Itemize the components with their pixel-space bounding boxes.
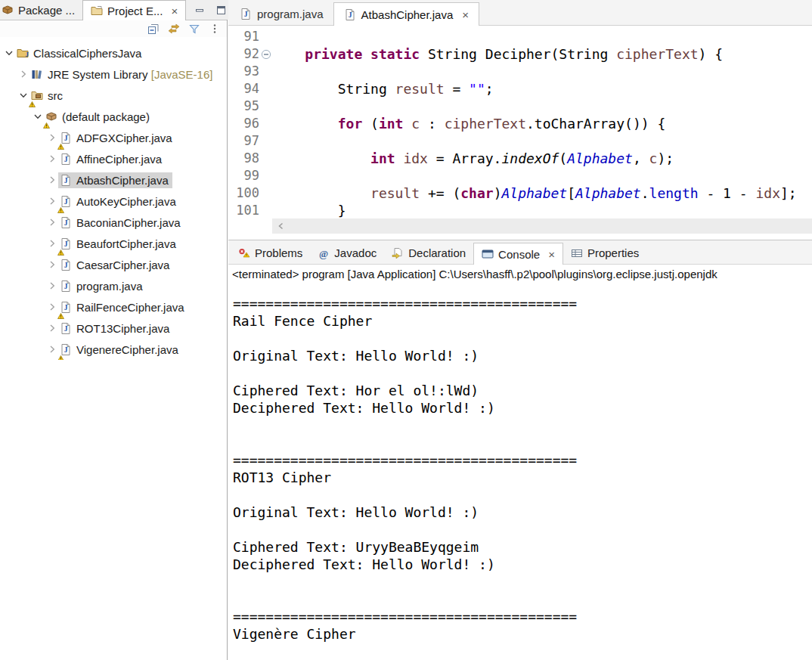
java-project-icon: J — [17, 47, 29, 59]
collapse-all-icon — [147, 23, 160, 35]
code-text: } — [272, 202, 346, 218]
console-line: ROT13 Cipher — [233, 469, 812, 486]
line-number: 91 — [244, 28, 259, 45]
console-tab-label: Console — [498, 248, 540, 261]
chevron-right-icon[interactable] — [46, 153, 58, 165]
view-tab-project-explorer[interactable]: Project E...× — [82, 0, 186, 20]
tree-item-beaufortcipher-java[interactable]: JBeaufortCipher.java — [0, 233, 227, 254]
tree-item-caesarcipher-java[interactable]: JCaesarCipher.java — [0, 254, 227, 275]
editor-hscrollbar[interactable] — [272, 218, 812, 234]
chevron-right-icon[interactable] — [46, 343, 58, 355]
jfile-icon: J — [60, 216, 72, 228]
problems-icon — [238, 247, 250, 259]
code-line: 98 int idx = Array.indexOf(Alphabet, c); — [228, 150, 812, 167]
svg-text:J: J — [64, 177, 68, 184]
console-line — [233, 330, 812, 347]
maximize-button[interactable] — [215, 4, 227, 16]
chevron-down-icon[interactable] — [3, 47, 15, 59]
view-tab-package-explorer[interactable]: Package ... — [0, 0, 82, 20]
tree-item-rot13cipher-java[interactable]: JROT13Cipher.java — [0, 318, 227, 339]
editor-tab-atbashcipher-java[interactable]: JAtbashCipher.java× — [333, 2, 480, 26]
chevron-right-icon[interactable] — [46, 195, 58, 207]
chevron-down-icon[interactable] — [32, 110, 44, 122]
close-icon[interactable]: × — [171, 5, 178, 17]
tree-item-label: ADFGXCipher.java — [76, 132, 172, 144]
chevron-right-icon[interactable] — [17, 68, 29, 80]
console-tab-console[interactable]: Console× — [473, 243, 563, 265]
console-line — [233, 486, 812, 504]
tree-item-classicalciphersjava[interactable]: JClassicalCiphersJava — [0, 42, 227, 64]
tree-item-adfgxcipher-java[interactable]: JADFGXCipher.java — [0, 127, 227, 148]
library-icon — [31, 68, 43, 80]
editor-body[interactable]: 9192 private static String Decipher(Stri… — [228, 26, 812, 218]
console-tab-declaration[interactable]: Declaration — [384, 242, 473, 264]
view-menu-button[interactable] — [208, 23, 221, 36]
link-editor-icon — [168, 23, 180, 35]
console-tab-label: Properties — [587, 246, 639, 259]
editor-tab-label: program.java — [257, 8, 324, 20]
editor-area: Jprogram.javaJAtbashCipher.java× 9192 pr… — [228, 0, 812, 26]
jfile-icon: J — [60, 174, 72, 186]
close-icon[interactable]: × — [548, 249, 555, 260]
tree-item-program-java[interactable]: Jprogram.java — [0, 275, 227, 296]
console-line: ========================================… — [233, 451, 812, 469]
filter-button[interactable] — [188, 23, 200, 36]
jfile-icon: J — [60, 322, 72, 334]
console-line: Ciphered Text: UryyBeaBEyqgeim — [233, 538, 812, 556]
console-tab-javadoc[interactable]: @Javadoc — [310, 242, 384, 264]
minimize-button[interactable] — [194, 4, 206, 16]
jfile-icon: J — [60, 195, 72, 207]
console-line — [233, 417, 812, 434]
editor-tab-program-java[interactable]: Jprogram.java — [230, 2, 333, 25]
collapse-all-button[interactable] — [147, 23, 160, 36]
tree-item-default-package[interactable]: (default package) — [0, 106, 227, 127]
tree-item-jre-system-library[interactable]: JRE System Library [JavaSE-16] — [0, 64, 227, 85]
declaration-icon — [392, 247, 404, 259]
line-number: 92 — [244, 45, 259, 63]
code-line: 92 private static String Decipher(String… — [228, 45, 812, 63]
console-line: Deciphered Text: Hello World! :) — [233, 556, 812, 573]
chevron-right-icon[interactable] — [46, 216, 58, 228]
jfile-icon: J — [60, 280, 72, 292]
tree-item-src[interactable]: src — [0, 85, 227, 106]
fold-collapse-icon[interactable] — [261, 49, 271, 60]
chevron-right-icon[interactable] — [46, 259, 58, 271]
src-folder-icon — [31, 89, 43, 101]
tree-item-atbashcipher-java[interactable]: JAtbashCipher.java — [0, 169, 227, 191]
jfile-icon: J — [60, 132, 72, 144]
eclipse-window: Package ...Project E...× JClassicalCiphe… — [0, 0, 812, 660]
chevron-right-icon[interactable] — [46, 174, 58, 186]
warning-overlay-icon — [57, 351, 64, 357]
code-text: int idx = Array.indexOf(Alphabet, c); — [272, 150, 674, 167]
svg-text:J: J — [64, 325, 68, 333]
chevron-right-icon[interactable] — [46, 132, 58, 144]
tree-item-affinecipher-java[interactable]: JAffineCipher.java — [0, 148, 227, 169]
chevron-right-icon[interactable] — [46, 301, 58, 313]
chevron-right-icon[interactable] — [46, 322, 58, 334]
console-status-line: <terminated> program [Java Application] … — [228, 265, 812, 284]
chevron-down-icon[interactable] — [17, 89, 29, 101]
svg-text:@: @ — [319, 247, 328, 259]
line-number: 94 — [244, 80, 259, 98]
scroll-left-icon[interactable] — [275, 220, 287, 232]
chevron-right-icon[interactable] — [46, 280, 58, 292]
console-tab-properties[interactable]: Properties — [563, 242, 646, 264]
jfile-icon: J — [344, 8, 356, 20]
warning-overlay-icon — [57, 139, 64, 145]
chevron-right-icon[interactable] — [46, 237, 58, 249]
console-output[interactable]: ========================================… — [228, 284, 812, 660]
link-with-editor-button[interactable] — [167, 23, 180, 36]
code-line: 97 — [228, 132, 812, 150]
console-panel: Problems@JavadocDeclarationConsole×Prope… — [228, 240, 812, 660]
console-tab-label: Javadoc — [334, 246, 377, 259]
tree-item-vigenerecipher-java[interactable]: JVigenereCipher.java — [0, 339, 227, 360]
close-icon[interactable]: × — [462, 9, 469, 20]
tree-item-autokeycipher-java[interactable]: JAutoKeyCipher.java — [0, 191, 227, 212]
jfile-icon: J — [60, 301, 72, 313]
console-tab-problems[interactable]: Problems — [231, 242, 310, 264]
jfile-icon: J — [240, 8, 252, 20]
tree-item-railfencecipher-java[interactable]: JRailFenceCipher.java — [0, 296, 227, 318]
tree-item-baconiancipher-java[interactable]: JBaconianCipher.java — [0, 212, 227, 233]
code-line: 100 result += (char)Alphabet[Alphabet.le… — [228, 184, 812, 202]
code-line: 94 String result = ""; — [228, 80, 812, 98]
